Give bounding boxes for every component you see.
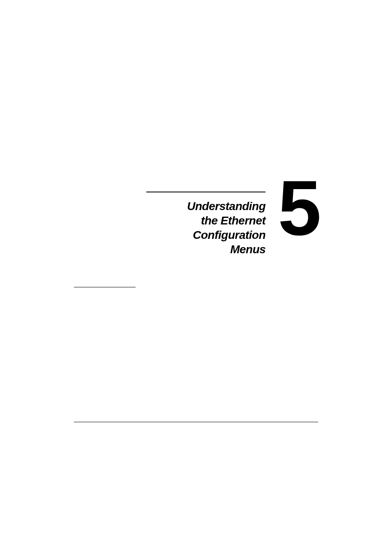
chapter-number: 5 (278, 177, 318, 238)
title-line: Understanding (146, 199, 265, 213)
title-block: Understanding the Ethernet Configuration… (146, 192, 265, 257)
bottom-divider (74, 422, 318, 422)
title-line: the Ethernet (146, 213, 265, 228)
chapter-header: Understanding the Ethernet Configuration… (74, 192, 318, 257)
short-divider (74, 287, 136, 287)
chapter-title: Understanding the Ethernet Configuration… (146, 199, 265, 257)
title-line: Configuration (146, 228, 265, 242)
title-line: Menus (146, 242, 265, 257)
title-row: Understanding the Ethernet Configuration… (74, 192, 318, 257)
